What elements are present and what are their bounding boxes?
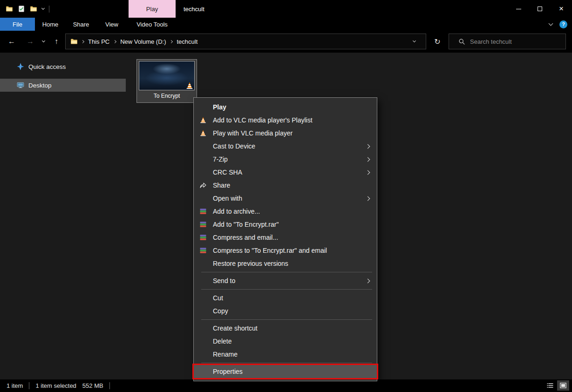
ribbon-collapse-chevron-icon[interactable]: [549, 21, 553, 26]
menu-item-delete[interactable]: Delete: [194, 335, 377, 348]
menu-item-properties[interactable]: Properties: [194, 365, 377, 378]
tab-video-tools[interactable]: Video Tools: [129, 18, 176, 31]
tab-home[interactable]: Home: [35, 18, 66, 31]
menu-item-send-to[interactable]: Send to: [194, 274, 377, 287]
menu-icon-placeholder: [199, 142, 207, 150]
breadcrumb-segment-this-pc[interactable]: This PC: [88, 38, 109, 45]
maximize-button[interactable]: [529, 0, 551, 18]
menu-item-label: Add to archive...: [213, 208, 260, 215]
search-input[interactable]: [470, 38, 558, 45]
menu-item-label: Rename: [213, 351, 238, 358]
minimize-button[interactable]: [508, 0, 529, 18]
close-button[interactable]: ×: [551, 0, 572, 18]
submenu-chevron-icon: [366, 170, 370, 175]
menu-item-cast-to-device[interactable]: Cast to Device: [194, 140, 377, 153]
status-divider: [109, 382, 110, 389]
menu-item-label: Properties: [213, 368, 243, 375]
sidebar-item-quick-access[interactable]: Quick access: [0, 60, 126, 73]
back-button[interactable]: ←: [4, 34, 20, 49]
menu-icon-placeholder: [199, 260, 207, 267]
details-view-button[interactable]: [544, 380, 556, 391]
explorer-window: Play techcult × FileHomeShareView Video …: [0, 0, 572, 392]
breadcrumb-segment-techcult[interactable]: techcult: [177, 38, 197, 45]
breadcrumb-chevron-icon[interactable]: [113, 40, 116, 43]
breadcrumb-chevron-icon[interactable]: [81, 40, 84, 43]
menu-item-7-zip[interactable]: 7-Zip: [194, 153, 377, 166]
winrar-icon: [199, 208, 207, 215]
menu-icon-placeholder: [199, 368, 207, 375]
folder-icon[interactable]: [6, 5, 13, 13]
menu-item-rename[interactable]: Rename: [194, 348, 377, 361]
tab-file[interactable]: File: [0, 18, 35, 31]
sidebar: Quick accessDesktop: [0, 53, 126, 379]
menu-item-label: Add to VLC media player's Playlist: [213, 116, 313, 124]
file-tile-to-encrypt[interactable]: To Encrypt: [136, 59, 197, 103]
tab-view[interactable]: View: [96, 18, 127, 31]
menu-item-add-to-to-encrypt-rar[interactable]: Add to "To Encrypt.rar": [194, 218, 377, 231]
menu-item-label: Share: [213, 182, 230, 189]
menu-item-create-shortcut[interactable]: Create shortcut: [194, 322, 377, 335]
star-icon: [17, 63, 24, 70]
menu-icon-placeholder: [199, 351, 207, 358]
ribbon-right-controls: ?: [549, 18, 567, 31]
thumbnail-view-button[interactable]: [557, 380, 569, 391]
menu-item-add-to-vlc-media-player-s-playlist[interactable]: Add to VLC media player's Playlist: [194, 114, 377, 127]
sidebar-item-label: Quick access: [28, 63, 66, 70]
breadcrumb-segment-new-volume-d[interactable]: New Volume (D:): [120, 38, 166, 45]
up-button[interactable]: ↑: [48, 34, 64, 49]
menu-icon-placeholder: [199, 338, 207, 345]
recent-locations-button[interactable]: [38, 34, 48, 49]
menu-item-label: Compress and email...: [213, 234, 278, 241]
menu-icon-placeholder: [199, 195, 207, 202]
menu-separator: [201, 272, 372, 272]
menu-item-label: Delete: [213, 338, 232, 345]
menu-item-label: Send to: [213, 277, 235, 284]
breadcrumb-chevron-icon[interactable]: [170, 40, 173, 43]
forward-button[interactable]: →: [22, 34, 38, 49]
tab-share[interactable]: Share: [66, 18, 96, 31]
menu-item-label: 7-Zip: [213, 155, 228, 163]
menu-item-label: Copy: [213, 307, 228, 315]
breadcrumb: This PCNew Volume (D:)techcult: [82, 38, 197, 45]
menu-item-add-to-archive[interactable]: Add to archive...: [194, 205, 377, 218]
menu-icon-placeholder: [199, 307, 207, 315]
location-folder-icon: [70, 38, 78, 45]
checklist-icon[interactable]: [18, 5, 25, 13]
menu-item-open-with[interactable]: Open with: [194, 192, 377, 205]
qat-customize-chevron-icon[interactable]: [41, 7, 45, 10]
quick-access-toolbar: [0, 5, 49, 13]
menu-separator: [201, 363, 372, 363]
selection-size: 552 MB: [82, 382, 103, 389]
maximize-icon: [538, 7, 542, 11]
menu-icon-placeholder: [199, 294, 207, 302]
menu-item-crc-sha[interactable]: CRC SHA: [194, 166, 377, 179]
details-view-icon: [546, 382, 554, 389]
thumbnail-view-icon: [559, 382, 567, 389]
navigation-bar: ← → ↑ This PCNew Volume (D:)techcult ↻: [0, 31, 572, 53]
menu-item-compress-and-email[interactable]: Compress and email...: [194, 231, 377, 244]
address-dropdown-chevron-icon[interactable]: [413, 39, 416, 42]
menu-item-label: Open with: [213, 195, 242, 202]
refresh-button[interactable]: ↻: [429, 34, 445, 49]
menu-item-play[interactable]: Play: [194, 101, 377, 114]
menu-item-cut[interactable]: Cut: [194, 291, 377, 304]
folder-icon[interactable]: [30, 5, 37, 13]
menu-item-copy[interactable]: Copy: [194, 304, 377, 318]
menu-item-label: Compress to "To Encrypt.rar" and email: [213, 247, 327, 254]
menu-item-share[interactable]: Share: [194, 179, 377, 192]
menu-item-play-with-vlc-media-player[interactable]: Play with VLC media player: [194, 127, 377, 140]
chevron-down-icon: [41, 39, 45, 42]
menu-icon-placeholder: [199, 169, 207, 176]
search-box[interactable]: [449, 34, 566, 49]
menu-item-label: Play with VLC media player: [213, 129, 293, 137]
menu-item-compress-to-to-encrypt-rar-and-email[interactable]: Compress to "To Encrypt.rar" and email: [194, 244, 377, 257]
submenu-chevron-icon: [366, 144, 370, 149]
sidebar-item-desktop[interactable]: Desktop: [0, 79, 126, 92]
menu-item-label: CRC SHA: [213, 169, 242, 176]
address-bar[interactable]: This PCNew Volume (D:)techcult: [65, 34, 426, 49]
menu-item-restore-previous-versions[interactable]: Restore previous versions: [194, 257, 377, 270]
contextual-tab-group-header[interactable]: Play: [129, 0, 176, 18]
status-divider: [29, 382, 29, 389]
ribbon-tab-row: FileHomeShareView Video Tools ?: [0, 18, 572, 31]
help-button[interactable]: ?: [559, 20, 567, 28]
